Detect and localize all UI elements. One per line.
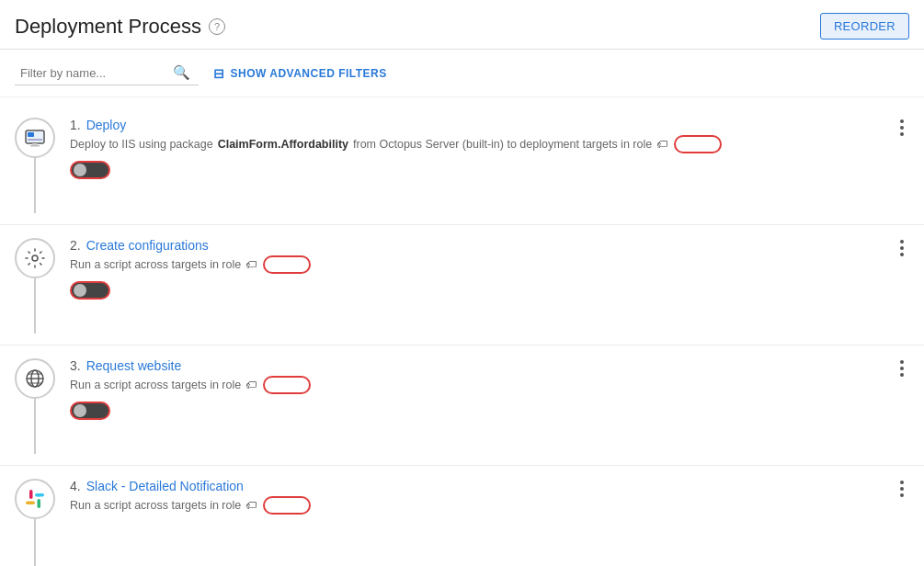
menu-dot <box>900 240 904 243</box>
step-icon-slack <box>15 479 55 519</box>
step-row: 4.Slack - Detailed NotificationRun a scr… <box>0 466 924 566</box>
step-content: 2.Create configurationsRun a script acro… <box>70 238 909 300</box>
step-title-row: 3.Request website <box>70 358 909 373</box>
svg-rect-1 <box>28 132 34 137</box>
header-left: Deployment Process ? <box>15 15 225 39</box>
step-more-button[interactable] <box>895 479 909 499</box>
svg-rect-4 <box>30 145 40 147</box>
step-desc-prefix: Run a script across targets in role <box>70 258 241 271</box>
step-name[interactable]: Request website <box>86 358 182 373</box>
reorder-button[interactable]: REORDER <box>820 13 909 40</box>
step-connector <box>34 278 36 334</box>
step-more-button[interactable] <box>895 238 909 258</box>
step-connector <box>34 399 36 454</box>
advanced-filter-button[interactable]: ⊟ SHOW ADVANCED FILTERS <box>213 66 387 81</box>
step-desc: Run a script across targets in role🏷 <box>70 496 909 515</box>
filter-bar: 🔍 ⊟ SHOW ADVANCED FILTERS <box>0 50 924 97</box>
menu-dot <box>900 253 904 256</box>
role-tag-inline[interactable] <box>674 135 722 153</box>
step-desc-prefix: Run a script across targets in role <box>70 499 241 512</box>
filter-funnel-icon: ⊟ <box>213 66 225 81</box>
step-icon-gear <box>15 238 55 278</box>
step-desc-bold: ClaimForm.Affordability <box>218 138 348 151</box>
menu-dot <box>900 246 904 250</box>
menu-dot <box>900 487 904 491</box>
steps-container: 1.DeployDeploy to IIS using package Clai… <box>0 97 924 566</box>
step-toggle-knob <box>74 164 86 176</box>
step-name[interactable]: Create configurations <box>86 238 209 253</box>
tag-icon: 🏷 <box>245 499 257 512</box>
step-number: 2. <box>70 238 81 253</box>
step-controls <box>70 281 909 300</box>
step-desc-prefix: Deploy to IIS using package <box>70 138 213 151</box>
menu-dot <box>900 119 904 123</box>
step-toggle[interactable] <box>70 281 110 300</box>
step-title-row: 2.Create configurations <box>70 238 909 253</box>
step-icon-col <box>15 238 55 334</box>
step-icon-col <box>15 358 55 454</box>
filter-input-wrap: 🔍 <box>15 61 199 85</box>
svg-rect-3 <box>32 143 38 145</box>
role-tag-inline[interactable] <box>263 376 311 394</box>
step-name[interactable]: Slack - Detailed Notification <box>86 479 244 493</box>
svg-rect-15 <box>29 502 33 505</box>
step-more-button[interactable] <box>895 358 909 379</box>
menu-dot <box>900 493 904 497</box>
menu-dot <box>900 367 904 370</box>
svg-rect-11 <box>29 490 33 499</box>
step-desc: Run a script across targets in role🏷 <box>70 376 909 394</box>
tag-icon: 🏷 <box>656 138 667 151</box>
step-name[interactable]: Deploy <box>86 118 127 132</box>
menu-dot <box>900 481 904 484</box>
step-content: 4.Slack - Detailed NotificationRun a scr… <box>70 479 909 522</box>
menu-dot <box>900 360 904 364</box>
page-header: Deployment Process ? REORDER <box>0 0 924 50</box>
step-title-row: 4.Slack - Detailed Notification <box>70 479 909 493</box>
step-icon-deploy <box>15 118 55 158</box>
step-desc-prefix: Run a script across targets in role <box>70 379 241 391</box>
step-toggle-knob <box>74 404 86 417</box>
step-more-button[interactable] <box>895 118 909 138</box>
step-title-row: 1.Deploy <box>70 118 909 132</box>
step-number: 3. <box>70 358 81 373</box>
step-row: 2.Create configurationsRun a script acro… <box>0 225 924 345</box>
step-icon-col <box>15 479 55 566</box>
menu-dot <box>900 132 904 136</box>
role-tag-inline[interactable] <box>263 496 311 515</box>
step-icon-globe <box>15 358 55 399</box>
step-toggle-knob <box>74 284 86 297</box>
role-tag-inline[interactable] <box>263 255 311 274</box>
svg-rect-2 <box>28 139 42 141</box>
menu-dot <box>900 126 904 130</box>
tag-icon: 🏷 <box>245 379 257 391</box>
help-icon[interactable]: ? <box>209 18 225 35</box>
step-row: 3.Request websiteRun a script across tar… <box>0 345 924 466</box>
menu-dot <box>900 373 904 377</box>
step-toggle[interactable] <box>70 402 110 420</box>
step-toggle[interactable] <box>70 161 110 179</box>
step-desc: Run a script across targets in role🏷 <box>70 255 909 274</box>
svg-rect-12 <box>38 499 41 508</box>
tag-icon: 🏷 <box>245 258 257 271</box>
step-number: 4. <box>70 479 81 493</box>
step-number: 1. <box>70 118 81 132</box>
svg-point-5 <box>32 255 38 261</box>
step-icon-col <box>15 118 55 213</box>
step-row: 1.DeployDeploy to IIS using package Clai… <box>0 105 924 225</box>
step-connector <box>34 519 36 566</box>
step-desc: Deploy to IIS using package ClaimForm.Af… <box>70 135 909 153</box>
filter-input[interactable] <box>20 66 167 80</box>
svg-rect-16 <box>38 493 41 497</box>
step-content: 3.Request websiteRun a script across tar… <box>70 358 909 420</box>
step-connector <box>34 158 36 213</box>
page-title: Deployment Process <box>15 15 201 39</box>
step-controls <box>70 402 909 420</box>
search-icon: 🔍 <box>173 64 190 81</box>
step-content: 1.DeployDeploy to IIS using package Clai… <box>70 118 909 179</box>
step-desc-suffix: from Octopus Server (built-in) to deploy… <box>353 138 652 151</box>
step-controls <box>70 161 909 179</box>
